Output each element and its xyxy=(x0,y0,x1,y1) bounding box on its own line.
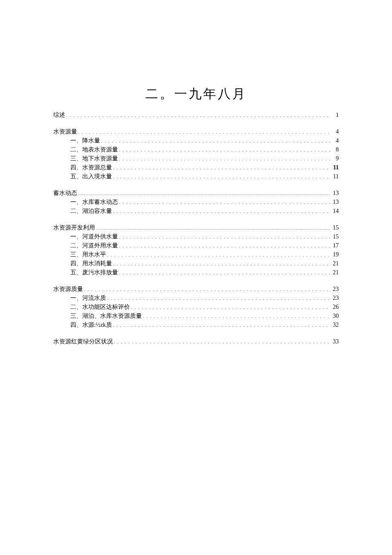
toc-label: 蓄水动态 xyxy=(53,189,77,198)
toc-entry: 四、用水消耗量21 xyxy=(53,259,339,268)
toc-entry: 四、水源:½zk质32 xyxy=(53,320,339,329)
toc-entry: 五、废污水排放量21 xyxy=(53,268,339,277)
toc-label: 三、湖泊、水库水资源质量 xyxy=(70,311,142,320)
toc-leader-dots xyxy=(78,189,330,195)
toc-entry: 二、水功能区达标评价26 xyxy=(53,302,339,311)
toc-label: 一、水库蓄水动态 xyxy=(70,198,118,206)
toc-leader-dots xyxy=(113,172,330,178)
toc-page-number: 9 xyxy=(331,154,339,163)
toc-label: 五、废污水排放量 xyxy=(70,268,118,277)
toc-entry: 水资源量4 xyxy=(53,127,339,136)
toc-entry: 二、地表水资源量8 xyxy=(53,145,339,154)
toc-label: 水资源质量 xyxy=(53,285,83,293)
toc-entry: 一、水库蓄水动态13 xyxy=(53,198,339,206)
toc-leader-dots xyxy=(84,285,330,291)
toc-page-number: 13 xyxy=(331,189,339,198)
toc-page-number: 21 xyxy=(331,268,339,277)
toc-entry: 三、地下水资源量9 xyxy=(53,154,339,163)
toc-page-number: 1 xyxy=(331,110,339,119)
toc-label: 二、地表水资源量 xyxy=(70,145,118,154)
toc-entry: 五、出入境水量11 xyxy=(53,172,339,181)
toc-page-number: 11 xyxy=(331,163,339,172)
toc-leader-dots xyxy=(66,111,330,117)
toc-page-number: 32 xyxy=(331,320,339,329)
toc-label: 二、河道外用水量 xyxy=(70,241,118,250)
toc-entry: 一、河流水质23 xyxy=(53,293,339,302)
toc-entry: 三、湖泊、水库水资源质量30 xyxy=(53,311,339,320)
toc-leader-dots xyxy=(119,241,330,247)
toc-label: 三、用水水平 xyxy=(70,250,106,259)
toc-label: 二、水功能区达标评价 xyxy=(70,302,130,311)
toc-label: 水资源量 xyxy=(53,127,77,136)
toc-label: 四、水源:½zk质 xyxy=(70,320,112,329)
toc-leader-dots xyxy=(113,321,330,327)
table-of-contents: 综述1水资源量4一、降水量4二、地表水资源量8三、地下水资源量9四、水资源总量1… xyxy=(53,110,339,346)
toc-label: 四、水资源总量 xyxy=(70,163,112,172)
toc-page-number: 23 xyxy=(331,293,339,302)
toc-page-number: 19 xyxy=(331,250,339,259)
toc-page-number: 4 xyxy=(331,136,339,145)
toc-label: 三、地下水资源量 xyxy=(70,154,118,163)
toc-page-number: 21 xyxy=(331,259,339,268)
toc-entry: 综述1 xyxy=(53,110,339,119)
toc-leader-dots xyxy=(96,224,330,230)
toc-entry: 蓄水动态13 xyxy=(53,189,339,198)
toc-page-number: 11 xyxy=(331,172,339,181)
toc-leader-dots xyxy=(119,154,330,160)
toc-leader-dots xyxy=(113,207,330,213)
toc-leader-dots xyxy=(119,268,330,274)
toc-page-number: 26 xyxy=(331,302,339,311)
toc-page-number: 33 xyxy=(331,337,339,346)
toc-label: 综述 xyxy=(53,110,65,119)
toc-label: 水资源开发利用 xyxy=(53,223,95,232)
toc-page-number: 14 xyxy=(331,206,339,215)
toc-entry: 三、用水水平19 xyxy=(53,250,339,259)
toc-entry: 四、水资源总量11 xyxy=(53,163,339,172)
toc-leader-dots xyxy=(101,137,330,142)
toc-page-number: 4 xyxy=(331,127,339,136)
toc-entry: 一、河道外供水量15 xyxy=(53,232,339,241)
toc-leader-dots xyxy=(119,145,330,151)
toc-label: 水资源红黄绿分区状况 xyxy=(53,337,113,346)
toc-leader-dots xyxy=(113,163,330,169)
toc-label: 二、湖泊容水量 xyxy=(70,206,112,215)
toc-leader-dots xyxy=(107,250,330,256)
toc-page-number: 30 xyxy=(331,311,339,320)
toc-entry: 一、降水量4 xyxy=(53,136,339,145)
toc-leader-dots xyxy=(113,259,330,265)
toc-entry: 二、湖泊容水量14 xyxy=(53,206,339,215)
toc-page-number: 15 xyxy=(331,223,339,232)
toc-entry: 水资源质量23 xyxy=(53,285,339,293)
toc-leader-dots xyxy=(143,312,330,318)
toc-leader-dots xyxy=(107,294,330,300)
toc-leader-dots xyxy=(119,198,330,204)
toc-page-number: 8 xyxy=(331,145,339,154)
toc-label: 一、降水量 xyxy=(70,136,100,145)
toc-page-number: 15 xyxy=(331,232,339,241)
toc-label: 四、用水消耗量 xyxy=(70,259,112,268)
toc-label: 一、河道外供水量 xyxy=(70,232,118,241)
toc-label: 一、河流水质 xyxy=(70,293,106,302)
toc-entry: 水资源红黄绿分区状况33 xyxy=(53,337,339,346)
document-title: 二。一九年八月 xyxy=(53,85,339,103)
toc-entry: 二、河道外用水量17 xyxy=(53,241,339,250)
toc-page-number: 23 xyxy=(331,285,339,293)
toc-page-number: 17 xyxy=(331,241,339,250)
toc-label: 五、出入境水量 xyxy=(70,172,112,181)
toc-entry: 水资源开发利用15 xyxy=(53,223,339,232)
toc-leader-dots xyxy=(78,128,330,134)
toc-leader-dots xyxy=(131,303,330,309)
toc-page-number: 13 xyxy=(331,198,339,206)
toc-leader-dots xyxy=(119,232,330,238)
toc-leader-dots xyxy=(114,337,330,343)
